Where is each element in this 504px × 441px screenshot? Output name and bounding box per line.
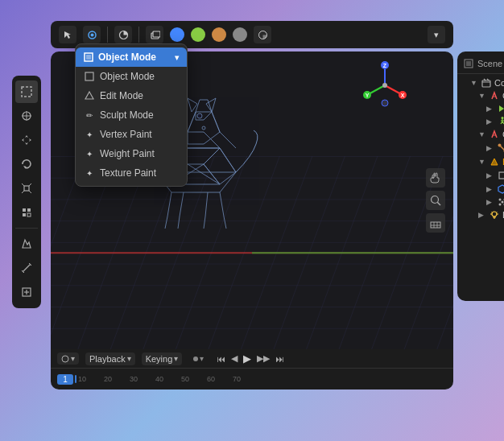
svg-point-52 bbox=[202, 126, 205, 130]
mesh-icon bbox=[490, 130, 499, 139]
panel-header: Scene Collection bbox=[457, 56, 504, 74]
texture-paint-icon: ✦ bbox=[84, 167, 95, 179]
object-mode-icon bbox=[84, 52, 93, 62]
mode-item-texture-paint[interactable]: ✦ Texture Paint bbox=[76, 163, 187, 183]
viewport-side-buttons bbox=[426, 168, 445, 233]
separator2 bbox=[138, 27, 139, 43]
svg-line-54 bbox=[220, 132, 236, 148]
svg-line-42 bbox=[205, 192, 208, 216]
svg-rect-77 bbox=[466, 61, 471, 66]
play-button[interactable]: ▶ bbox=[242, 352, 253, 365]
svg-rect-21 bbox=[153, 31, 160, 37]
transform-button[interactable] bbox=[15, 201, 38, 224]
svg-line-56 bbox=[212, 112, 220, 132]
tree-item-plane[interactable]: ▶ Plane.004 2 ■ bbox=[457, 168, 504, 183]
pie-menu-icon[interactable] bbox=[254, 26, 271, 43]
tree-item-pelvis[interactable]: ▶ Pelvis 65 bbox=[457, 141, 504, 155]
marker-dot bbox=[193, 357, 198, 361]
arrow-collection: ▼ bbox=[470, 79, 478, 87]
view-layer-icon[interactable] bbox=[146, 26, 163, 43]
tree-item-corgi-mesh[interactable]: ▼ Corgi Dog bbox=[457, 128, 504, 141]
frame-nav-dropdown[interactable]: ▾ bbox=[57, 352, 79, 365]
next-frame-button[interactable]: ▶▶ bbox=[255, 353, 271, 364]
timeline-ruler[interactable]: 1 10 20 30 40 50 60 70 bbox=[51, 369, 453, 389]
playback-label: Playback bbox=[89, 354, 126, 364]
viewport-shading-icon[interactable] bbox=[114, 26, 132, 43]
svg-rect-72 bbox=[431, 222, 440, 228]
svg-line-55 bbox=[188, 112, 196, 132]
svg-rect-13 bbox=[27, 213, 31, 216]
pose-icon bbox=[498, 117, 504, 126]
cursor-button[interactable] bbox=[15, 105, 38, 127]
mode-item-object[interactable]: Object Mode bbox=[76, 67, 187, 86]
svg-text:X: X bbox=[401, 93, 405, 98]
main-container: ▾ Object Mode ▾ Object Mode Edit Mode ✏ … bbox=[51, 52, 453, 389]
tree-item-modifiers[interactable]: ▶ Modifiers ⋮ bbox=[457, 183, 504, 196]
mode-item-weight-paint[interactable]: ✦ Weight Paint bbox=[76, 144, 187, 163]
tree-item-light[interactable]: ▶ Light bbox=[457, 208, 504, 221]
mode-item-vertex-paint[interactable]: ✦ Vertex Paint bbox=[76, 125, 187, 144]
jump-end-button[interactable]: ⏭ bbox=[274, 354, 286, 364]
svg-point-69 bbox=[382, 100, 388, 106]
svg-point-18 bbox=[90, 33, 93, 36]
scene-icon bbox=[464, 59, 473, 68]
move-button[interactable] bbox=[15, 129, 38, 151]
tree-item-corgi-armature[interactable]: ▼ Corgi Dog bbox=[457, 89, 504, 102]
svg-line-58 bbox=[204, 164, 220, 184]
svg-rect-0 bbox=[22, 87, 31, 97]
svg-point-88 bbox=[499, 199, 502, 201]
chevron-down-icon[interactable]: ▾ bbox=[428, 26, 445, 43]
svg-line-71 bbox=[437, 202, 440, 205]
svg-marker-32 bbox=[204, 148, 236, 184]
marker-40: 40 bbox=[155, 375, 163, 383]
svg-point-100 bbox=[62, 356, 68, 362]
dot-gray bbox=[233, 27, 247, 42]
dropdown-arrow: ▾ bbox=[175, 53, 179, 62]
zoom-button[interactable] bbox=[426, 191, 445, 210]
rotate-button[interactable] bbox=[15, 153, 38, 175]
svg-line-6 bbox=[22, 183, 24, 186]
tree-item-collection[interactable]: ▼ Collection bbox=[457, 76, 504, 89]
current-frame[interactable]: 1 bbox=[57, 374, 73, 385]
svg-line-8 bbox=[22, 191, 24, 193]
svg-line-49 bbox=[188, 164, 220, 184]
svg-point-90 bbox=[499, 204, 502, 206]
svg-line-41 bbox=[178, 216, 180, 229]
tree-item-vertex-groups[interactable]: ▶ Vertex Groups bbox=[457, 196, 504, 208]
mode-dropdown-title[interactable]: Object Mode ▾ bbox=[76, 47, 187, 67]
jump-start-button[interactable]: ⏮ bbox=[215, 354, 227, 364]
transport-controls: ⏮ ◀ ▶ ▶▶ ⏭ bbox=[215, 352, 286, 365]
svg-line-45 bbox=[224, 216, 226, 229]
measure-button[interactable] bbox=[15, 257, 38, 279]
marker-50: 50 bbox=[181, 375, 189, 383]
svg-line-43 bbox=[204, 216, 205, 229]
svg-point-93 bbox=[492, 212, 497, 216]
mode-item-edit[interactable]: Edit Mode bbox=[76, 86, 187, 105]
playback-dropdown[interactable]: Playback ▾ bbox=[85, 352, 135, 365]
hand-tool-button[interactable] bbox=[426, 168, 445, 188]
svg-point-92 bbox=[502, 201, 504, 204]
collection-icon bbox=[481, 78, 491, 88]
tree-item-pose[interactable]: ▶ Pose bbox=[457, 115, 504, 128]
playhead bbox=[75, 375, 76, 383]
add-object-button[interactable] bbox=[15, 281, 38, 303]
keying-dropdown[interactable]: Keying ▾ bbox=[142, 352, 183, 365]
animation-icon bbox=[498, 104, 504, 113]
mesh-plane-icon bbox=[498, 171, 504, 180]
modifier-icon bbox=[498, 184, 504, 194]
ruler-marks: 10 20 30 40 50 60 70 bbox=[78, 375, 447, 383]
snap-icon[interactable] bbox=[83, 26, 101, 43]
tree-item-body[interactable]: ▼ Body bbox=[457, 155, 504, 168]
mode-item-sculpt[interactable]: ✏ Sculpt Mode bbox=[76, 105, 187, 125]
dot-orange bbox=[212, 27, 226, 42]
cursor-tool-icon[interactable] bbox=[59, 26, 76, 43]
keying-label: Keying bbox=[146, 354, 173, 364]
floor-grid-button[interactable] bbox=[426, 213, 445, 233]
prev-frame-button[interactable]: ◀ bbox=[229, 353, 239, 364]
marker-20: 20 bbox=[104, 375, 112, 383]
annotate-button[interactable] bbox=[15, 233, 38, 255]
select-box-button[interactable] bbox=[15, 80, 38, 103]
ruler-container: 10 20 30 40 50 60 70 bbox=[73, 375, 447, 383]
tree-item-animation[interactable]: ▶ Animation bbox=[457, 102, 504, 115]
scale-button[interactable] bbox=[15, 177, 38, 200]
